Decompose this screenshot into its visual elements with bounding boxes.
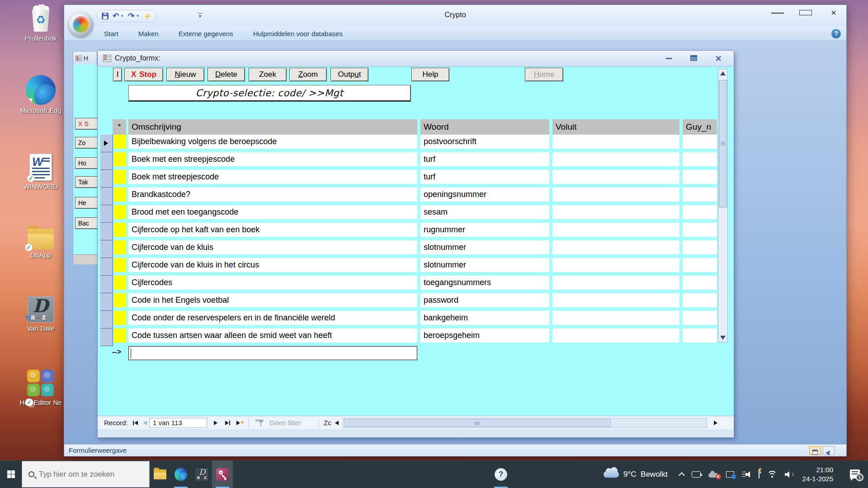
- taskbar-access-button[interactable]: [212, 460, 233, 488]
- table-row[interactable]: Cijfercode van de kluis in het circus sl…: [98, 258, 734, 276]
- cell-omschrijving[interactable]: Brandkastcode?: [128, 188, 417, 202]
- last-record-button[interactable]: [222, 418, 232, 427]
- cell-omschrijving[interactable]: Cijfercodes: [128, 276, 417, 290]
- cell-woord[interactable]: beroepsgeheim: [420, 328, 549, 343]
- scroll-left-icon[interactable]: [332, 418, 342, 427]
- background-back-button[interactable]: Bac: [75, 217, 97, 229]
- cell-voluit[interactable]: [552, 223, 679, 237]
- cell-omschrijving[interactable]: Brood met een toegangscode: [128, 205, 417, 219]
- cell-guy-n[interactable]: [683, 311, 717, 325]
- delete-button[interactable]: Delete: [208, 68, 245, 81]
- table-row[interactable]: Brood met een toegangscode sesam: [98, 205, 734, 223]
- zoek-button[interactable]: Zoek: [249, 68, 287, 81]
- cell-woord[interactable]: sesam: [420, 205, 549, 219]
- taskbar-clock[interactable]: 21:00 24-1-2025: [802, 465, 833, 483]
- flag-cell[interactable]: [114, 328, 126, 343]
- cell-voluit[interactable]: [552, 311, 679, 325]
- save-icon[interactable]: [102, 13, 108, 19]
- maximize-button[interactable]: [799, 9, 812, 17]
- flag-cell[interactable]: [114, 258, 126, 272]
- flag-cell[interactable]: [114, 205, 126, 219]
- i-button[interactable]: I: [113, 68, 122, 81]
- background-home-button[interactable]: Ho: [75, 157, 97, 169]
- cell-voluit[interactable]: [552, 152, 679, 166]
- wifi-icon[interactable]: [767, 471, 777, 478]
- cell-woord[interactable]: postvoorschrift: [420, 135, 549, 149]
- cell-omschrijving[interactable]: Cijfercode van de kluis in het circus: [128, 258, 417, 272]
- cell-voluit[interactable]: [552, 135, 679, 149]
- notification-center-icon[interactable]: 1: [850, 469, 862, 479]
- speaker-icon[interactable]: [785, 471, 792, 478]
- table-row[interactable]: Code tussen artsen waar alleen de smid w…: [98, 328, 734, 346]
- table-row[interactable]: Code in het Engels voetbal password: [98, 293, 734, 311]
- meet-now-icon[interactable]: [692, 471, 701, 478]
- flag-cell[interactable]: [114, 276, 126, 290]
- table-row[interactable]: Brandkastcode? openingsnummer: [98, 188, 734, 205]
- next-record-button[interactable]: [211, 418, 221, 427]
- record-selector[interactable]: [100, 311, 113, 328]
- desktop-icon-hexeditor[interactable]: ✓ Hex Editor Ne: [13, 370, 69, 406]
- cell-voluit[interactable]: [552, 293, 679, 307]
- record-selector[interactable]: [100, 170, 113, 188]
- flag-cell[interactable]: [114, 152, 126, 166]
- cell-woord[interactable]: slotnummer: [420, 258, 549, 272]
- flag-cell[interactable]: [114, 311, 126, 325]
- cell-voluit[interactable]: [552, 170, 679, 184]
- start-button[interactable]: [0, 460, 22, 488]
- form-minimize-button[interactable]: [662, 54, 675, 64]
- cell-guy-n[interactable]: [683, 135, 717, 149]
- record-selector[interactable]: [100, 135, 113, 152]
- flag-cell[interactable]: [114, 170, 126, 184]
- tab-externe-gegevens[interactable]: Externe gegevens: [177, 28, 235, 39]
- record-selector[interactable]: [100, 276, 113, 293]
- display-sync-icon[interactable]: [726, 471, 734, 478]
- flag-cell[interactable]: [114, 188, 126, 202]
- new-record-button[interactable]: *: [235, 418, 245, 427]
- column-header-guy-n[interactable]: Guy_n: [683, 119, 717, 135]
- table-row[interactable]: Bijbelbewaking volgens de beroepscode po…: [98, 135, 734, 152]
- vertical-scroll-thumb[interactable]: [719, 80, 727, 207]
- output-button[interactable]: Output: [330, 68, 368, 81]
- column-header-woord[interactable]: Woord: [420, 119, 549, 135]
- cell-woord[interactable]: slotnummer: [420, 240, 549, 254]
- close-button[interactable]: ✕: [827, 9, 840, 17]
- table-row[interactable]: Cijfercode van de kluis slotnummer: [98, 240, 734, 258]
- table-row[interactable]: Code onder de reservespelers en in de fi…: [98, 311, 734, 328]
- minimize-button[interactable]: [771, 9, 784, 17]
- onedrive-error-icon[interactable]: ✕: [708, 473, 718, 478]
- background-stop-button[interactable]: X S: [75, 118, 97, 130]
- desktop-icon-winword[interactable]: W ✓ WINWORD: [13, 154, 69, 190]
- search-input[interactable]: [39, 470, 138, 479]
- table-row[interactable]: Boek met een streepjescode turf: [98, 152, 734, 170]
- desktop-icon-vandale[interactable]: D↻ a→z Van Dale: [13, 296, 69, 332]
- home-button[interactable]: Home: [525, 68, 563, 81]
- design-view-button[interactable]: [823, 446, 835, 455]
- cell-omschrijving[interactable]: Code tussen artsen waar alleen de smid w…: [128, 328, 417, 343]
- desktop-icon-dbapp[interactable]: ✓ DbApp: [13, 229, 69, 259]
- desktop-icon-prullenbak[interactable]: ♻ Prullenbak: [13, 5, 69, 42]
- cell-voluit[interactable]: [552, 328, 679, 343]
- background-zoek-button[interactable]: Zo: [75, 137, 97, 149]
- form-horizontal-scrollbar[interactable]: [343, 418, 707, 428]
- cell-guy-n[interactable]: [683, 170, 717, 184]
- record-selector[interactable]: [100, 152, 113, 170]
- horizontal-scroll-thumb[interactable]: [344, 419, 611, 427]
- record-selector[interactable]: [100, 328, 113, 346]
- cell-woord[interactable]: rugnummer: [420, 223, 549, 237]
- cell-woord[interactable]: password: [420, 293, 549, 307]
- cell-woord[interactable]: turf: [420, 152, 549, 166]
- filter-state-label[interactable]: Geen filter: [269, 419, 301, 427]
- cell-guy-n[interactable]: [683, 328, 717, 343]
- flag-cell[interactable]: [114, 240, 126, 254]
- cell-woord[interactable]: toegangsnummers: [420, 276, 549, 290]
- scroll-down-icon[interactable]: [718, 333, 727, 342]
- record-selector[interactable]: [100, 205, 113, 223]
- cell-omschrijving[interactable]: Code onder de reservespelers en in de fi…: [128, 311, 417, 325]
- ribbon-help-icon[interactable]: ?: [831, 29, 841, 38]
- background-tak-button[interactable]: Tak: [75, 176, 97, 188]
- cell-voluit[interactable]: [552, 276, 679, 290]
- record-selector[interactable]: [100, 188, 113, 205]
- cell-guy-n[interactable]: [683, 188, 717, 202]
- taskbar-help-button[interactable]: ?: [491, 460, 511, 488]
- cell-guy-n[interactable]: [683, 293, 717, 307]
